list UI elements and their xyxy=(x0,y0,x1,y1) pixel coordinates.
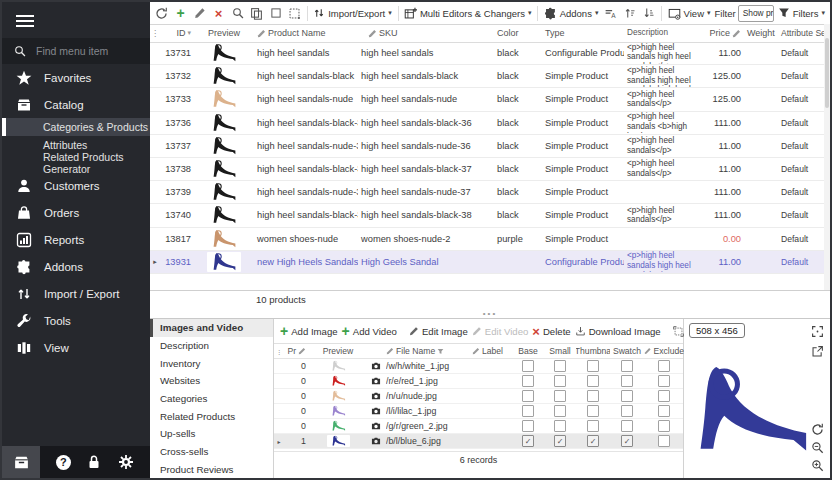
tab-product-reviews[interactable]: Product Reviews xyxy=(150,461,273,479)
column-header-color[interactable]: Color xyxy=(494,28,542,38)
image-row[interactable]: ▸ 1 /b/l/blue_6.jpg xyxy=(274,434,683,449)
filter-select[interactable]: Show products from selected categories▾ xyxy=(738,5,774,22)
base-checkbox[interactable] xyxy=(522,390,534,402)
small-checkbox[interactable] xyxy=(554,375,566,387)
column-header-price[interactable]: Price xyxy=(698,28,744,38)
tab-images-and-video[interactable]: Images and Video xyxy=(150,319,273,337)
refresh-button[interactable] xyxy=(153,4,170,22)
base-checkbox[interactable] xyxy=(522,420,534,432)
search-button[interactable] xyxy=(229,4,246,22)
sort-desc-button[interactable] xyxy=(640,4,657,22)
column-header-description[interactable]: Description xyxy=(624,28,698,38)
add-video-button[interactable]: +Add Video xyxy=(342,323,397,339)
base-checkbox[interactable] xyxy=(522,360,534,372)
table-row[interactable]: 13736 high heel sandals-black-36 high he… xyxy=(150,112,824,135)
base-checkbox[interactable] xyxy=(522,405,534,417)
store-icon[interactable] xyxy=(2,446,40,478)
sidebar-item-view[interactable]: View xyxy=(2,334,150,361)
sidebar-item-favorites[interactable]: Favorites xyxy=(2,64,150,91)
view-menu[interactable]: View▾ xyxy=(666,7,713,20)
zoom-out-icon[interactable] xyxy=(811,441,824,454)
column-header-type[interactable]: Type xyxy=(542,28,624,38)
gear-icon[interactable] xyxy=(118,454,134,470)
sidebar-item-orders[interactable]: Orders xyxy=(2,199,150,226)
panel-splitter[interactable]: ••• xyxy=(150,308,830,318)
table-row[interactable]: 13732 high heel sandals-black high heel … xyxy=(150,65,824,88)
table-row[interactable]: 13737 high heel sandals-nude-36 high hee… xyxy=(150,135,824,158)
select-cells-button[interactable] xyxy=(286,4,303,22)
fit-screen-icon[interactable] xyxy=(811,325,824,338)
edit-image-button[interactable]: Edit Image xyxy=(409,326,468,337)
swatch-checkbox[interactable] xyxy=(621,435,633,447)
table-row[interactable]: 13731 high heel sandals high heel sandal… xyxy=(150,42,824,65)
tab-inventory[interactable]: Inventory xyxy=(150,354,273,372)
image-row[interactable]: 0 /w/h/white_1.jpg xyxy=(274,359,683,374)
sidebar-item-addons[interactable]: Addons xyxy=(2,253,150,280)
exclude-checkbox[interactable] xyxy=(658,405,670,417)
column-header-small[interactable]: Small xyxy=(544,346,576,356)
image-row[interactable]: 0 /g/r/green_2.jpg xyxy=(274,419,683,434)
tab-cross-sells[interactable]: Cross-sells xyxy=(150,443,273,461)
thumbnail-checkbox[interactable] xyxy=(587,390,599,402)
thumbnail-checkbox[interactable] xyxy=(587,420,599,432)
table-row[interactable]: ▸ 13931 new High Heels Sandals High Geel… xyxy=(150,251,824,274)
thumbnail-checkbox[interactable] xyxy=(587,405,599,417)
column-header-file-name[interactable]: File Name xyxy=(386,346,472,356)
sidebar-item-categories-products[interactable]: Categories & Products xyxy=(2,118,150,136)
tab-up-sells[interactable]: Up-sells xyxy=(150,425,273,443)
column-header-id[interactable]: ID▾ xyxy=(160,28,194,38)
small-checkbox[interactable] xyxy=(554,420,566,432)
column-header-thumbnail[interactable]: Thumbna xyxy=(576,346,610,356)
swatch-checkbox[interactable] xyxy=(621,405,633,417)
hamburger-menu-icon[interactable] xyxy=(2,2,150,38)
edit-video-button[interactable]: Edit Video xyxy=(472,326,529,337)
sidebar-item-tools[interactable]: Tools xyxy=(2,307,150,334)
sort-asc-button[interactable] xyxy=(621,4,638,22)
vertical-scrollbar[interactable] xyxy=(824,24,830,290)
copy-button[interactable] xyxy=(248,4,265,22)
row-selector-header[interactable]: ⋮ xyxy=(150,29,160,38)
column-header-swatch[interactable]: Swatch xyxy=(610,346,644,356)
row-selector[interactable]: ▸ xyxy=(274,438,284,445)
addons-menu[interactable]: Addons▾ xyxy=(542,7,601,20)
sidebar-item-related-products-generator[interactable]: Related Products Generator xyxy=(2,154,150,172)
swatch-checkbox[interactable] xyxy=(621,420,633,432)
sidebar-item-import-export[interactable]: Import / Export xyxy=(2,280,150,307)
swatch-checkbox[interactable] xyxy=(621,375,633,387)
table-row[interactable]: 13733 high heel sandals-nude high heel s… xyxy=(150,88,824,111)
row-selector[interactable]: ▸ xyxy=(150,258,160,266)
thumbnail-checkbox[interactable] xyxy=(587,375,599,387)
exclude-checkbox[interactable] xyxy=(658,435,670,447)
column-header-label[interactable]: Label xyxy=(472,346,512,356)
table-row[interactable]: 13817 women shoes-nude women shoes-nude-… xyxy=(150,228,824,251)
exclude-checkbox[interactable] xyxy=(658,360,670,372)
image-row[interactable]: 0 /n/u/nude.jpg xyxy=(274,389,683,404)
add-product-button[interactable]: + xyxy=(172,4,189,22)
row-selector-header[interactable]: ⋮ xyxy=(274,348,284,355)
column-header-exclude[interactable]: Exclude xyxy=(644,346,684,356)
small-checkbox[interactable] xyxy=(554,435,566,447)
sort-az-button[interactable] xyxy=(602,4,619,22)
delete-product-button[interactable]: × xyxy=(210,4,227,22)
delete-image-button[interactable]: ×Delete xyxy=(532,324,570,339)
add-image-button[interactable]: +Add Image xyxy=(280,323,338,339)
exclude-checkbox[interactable] xyxy=(658,375,670,387)
edit-product-button[interactable] xyxy=(191,4,208,22)
exclude-checkbox[interactable] xyxy=(658,390,670,402)
sidebar-item-customers[interactable]: Customers xyxy=(2,172,150,199)
image-row[interactable]: 0 /r/e/red_1.jpg xyxy=(274,374,683,389)
swatch-checkbox[interactable] xyxy=(621,390,633,402)
image-row[interactable]: 0 /l/i/lilac_1.jpg xyxy=(274,404,683,419)
help-icon[interactable]: ? xyxy=(56,455,71,470)
lock-icon[interactable] xyxy=(86,454,102,470)
tab-related-products[interactable]: Related Products xyxy=(150,407,273,425)
base-checkbox[interactable] xyxy=(522,375,534,387)
checkbox-mode-button[interactable] xyxy=(267,4,284,22)
small-checkbox[interactable] xyxy=(554,390,566,402)
column-header-sku[interactable]: SKU xyxy=(358,28,494,38)
filters-menu[interactable]: Filters▾ xyxy=(776,7,827,19)
table-row[interactable]: 13738 high heel sandals-black-37 high he… xyxy=(150,158,824,181)
exclude-checkbox[interactable] xyxy=(658,420,670,432)
small-checkbox[interactable] xyxy=(554,360,566,372)
zoom-in-icon[interactable] xyxy=(811,459,824,472)
